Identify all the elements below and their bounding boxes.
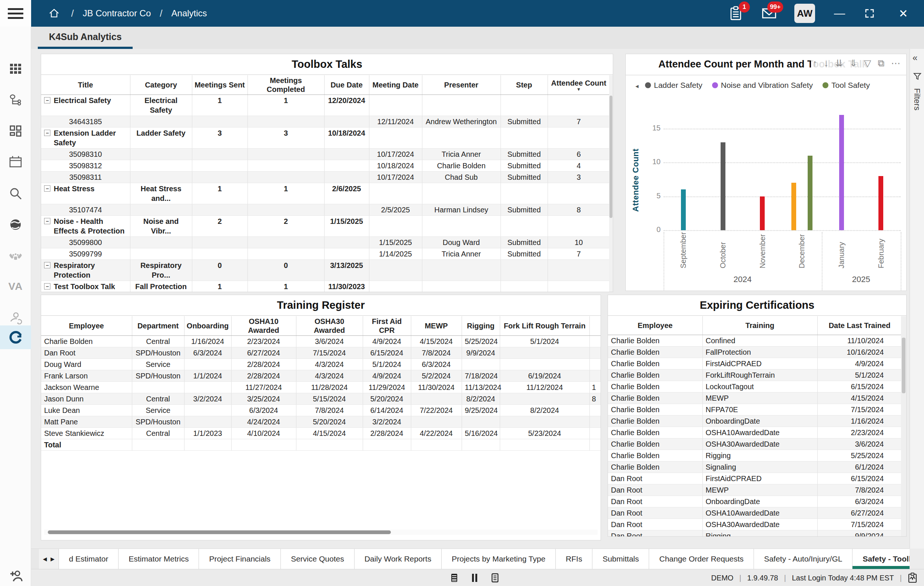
expiring-scrollbar-thumb[interactable] — [902, 338, 906, 393]
column-header[interactable]: Employee — [608, 316, 703, 335]
column-header[interactable]: OSHA30 Awarded — [296, 316, 363, 336]
expand-filters-icon[interactable]: « — [912, 53, 917, 63]
tasks-clipboard-icon[interactable]: 1 — [728, 5, 744, 22]
cell: 4/9/2024 — [363, 336, 411, 347]
cell: 0 — [192, 260, 248, 281]
report-tab[interactable]: Safety - Auto/Injury/GL — [754, 549, 853, 569]
collapse-row-icon[interactable]: − — [44, 262, 50, 268]
group-title: −Extension Ladder Safety — [44, 128, 127, 147]
minimize-button[interactable]: — — [832, 7, 847, 20]
chart-bar[interactable] — [721, 142, 725, 230]
training-scrollbar-thumb[interactable] — [48, 530, 391, 534]
cell: Doug Ward — [41, 359, 132, 370]
sidebar-item-add-user[interactable] — [0, 565, 31, 586]
sidebar-item-safety-hands[interactable] — [0, 244, 31, 268]
sidebar-item-apps-grid[interactable] — [0, 57, 31, 80]
column-header[interactable]: Date Last Trained — [817, 316, 902, 335]
collapse-row-icon[interactable]: − — [44, 130, 50, 136]
sidebar-logo-va[interactable]: VA — [0, 275, 31, 298]
chart-bar[interactable] — [760, 197, 765, 230]
training-scrollbar-track[interactable] — [44, 530, 597, 535]
cell: Jason Dunn — [41, 393, 132, 405]
mail-icon[interactable]: 99+ — [761, 5, 777, 22]
cell — [130, 248, 192, 260]
tab-scroll-left-icon[interactable]: ◀ — [43, 556, 47, 562]
column-header[interactable]: Title — [41, 75, 130, 95]
close-button[interactable]: ✕ — [896, 7, 911, 20]
certification-row: Dan RootFirstAidCPRAED6/15/2024 — [608, 473, 902, 484]
cell — [500, 439, 589, 451]
column-header[interactable]: Attendee Count▼ — [548, 75, 610, 95]
chart-bar[interactable] — [791, 183, 796, 230]
collapse-row-icon[interactable]: − — [44, 97, 50, 103]
hamburger-menu-icon[interactable] — [0, 0, 31, 26]
collapse-row-icon[interactable]: − — [44, 218, 50, 224]
chart-bar[interactable] — [681, 189, 686, 230]
chart-bar[interactable] — [878, 176, 883, 230]
column-header[interactable]: Step — [500, 75, 548, 95]
breadcrumb-page[interactable]: Analytics — [172, 8, 207, 18]
column-header[interactable]: First Aid CPR — [363, 316, 411, 336]
toolbox-scrollbar-track[interactable] — [609, 75, 613, 292]
report-tab[interactable]: Service Quotes — [281, 549, 355, 569]
cell: Central — [132, 336, 184, 347]
collapse-row-icon[interactable]: − — [44, 185, 50, 192]
cell: 10/16/2024 — [817, 346, 902, 358]
column-header[interactable] — [589, 316, 601, 336]
cell: Charlie Bolden — [608, 450, 703, 461]
sidebar-item-workflow[interactable] — [0, 89, 31, 112]
column-header[interactable]: Employee — [41, 316, 132, 336]
column-header[interactable]: Onboarding — [184, 316, 231, 336]
chart-bar[interactable] — [808, 156, 812, 230]
report-tab[interactable]: Safety - Toolbox Talks and Training Regi… — [853, 549, 909, 569]
sidebar-item-dashboards[interactable] — [0, 119, 31, 143]
collapse-row-icon[interactable]: − — [44, 283, 50, 290]
report-tab[interactable]: Daily Work Reports — [355, 549, 442, 569]
expiring-scrollbar-track[interactable] — [901, 316, 906, 536]
column-header[interactable]: Meetings Sent — [192, 75, 248, 95]
report-tab[interactable]: Estimator Metrics — [119, 549, 199, 569]
report-tab[interactable]: Projects by Marketing Type — [442, 549, 556, 569]
sidebar-item-calendar[interactable] — [0, 150, 31, 174]
report-tab[interactable]: RFIs — [556, 549, 592, 569]
column-header[interactable]: Fork Lift Rough Terrain — [500, 316, 589, 336]
status-document-icon[interactable] — [491, 573, 499, 583]
report-tab[interactable]: Change Order Requests — [649, 549, 754, 569]
column-header[interactable]: Rigging — [462, 316, 500, 336]
toolbox-scrollbar-thumb[interactable] — [609, 96, 612, 218]
tab-scroll-right-icon[interactable]: ▶ — [51, 556, 55, 562]
cell: Charlie Bolden — [608, 346, 703, 358]
status-list-icon[interactable] — [450, 573, 458, 583]
cell: 6/15/2024 — [363, 347, 411, 359]
chart-bar[interactable] — [839, 115, 844, 230]
column-header[interactable]: OSHA10 Awarded — [231, 316, 296, 336]
avatar[interactable]: AW — [794, 4, 815, 23]
report-tab[interactable]: Project Financials — [199, 549, 281, 569]
breadcrumb-company[interactable]: JB Contractor Co — [82, 8, 151, 18]
sidebar-item-search[interactable] — [0, 182, 31, 205]
column-header[interactable]: Due Date — [324, 75, 369, 95]
cell: Charlie Bolden — [608, 335, 703, 346]
sidebar-item-web-globe[interactable] — [0, 213, 31, 237]
activity-log-icon[interactable] — [908, 573, 917, 583]
column-header[interactable]: MEWP — [411, 316, 462, 336]
cell — [130, 149, 192, 160]
home-icon[interactable] — [46, 5, 62, 22]
column-header[interactable]: Category — [130, 75, 192, 95]
column-header[interactable]: Training — [703, 316, 817, 335]
column-header[interactable]: Department — [132, 316, 184, 336]
column-header[interactable]: Presenter — [422, 75, 500, 95]
cell: Electrical Safety — [130, 95, 192, 116]
cell: Signaling — [703, 461, 817, 473]
toolbox-group-row: −Respiratory ProtectionRespiratory Pro..… — [41, 260, 610, 281]
filters-funnel-icon[interactable] — [913, 72, 922, 81]
cell: 11/13/2024 — [462, 382, 500, 393]
sidebar-item-active-module[interactable] — [0, 325, 31, 349]
column-header[interactable]: Meeting Date — [369, 75, 422, 95]
report-tab[interactable]: Submittals — [592, 549, 649, 569]
report-tab[interactable]: d Estimator — [59, 549, 119, 569]
status-pause-icon[interactable] — [471, 573, 478, 583]
column-header[interactable]: Meetings Completed — [248, 75, 324, 95]
tab-k4sub-analytics[interactable]: K4Sub Analytics — [38, 26, 133, 49]
restore-window-button[interactable] — [864, 8, 879, 19]
